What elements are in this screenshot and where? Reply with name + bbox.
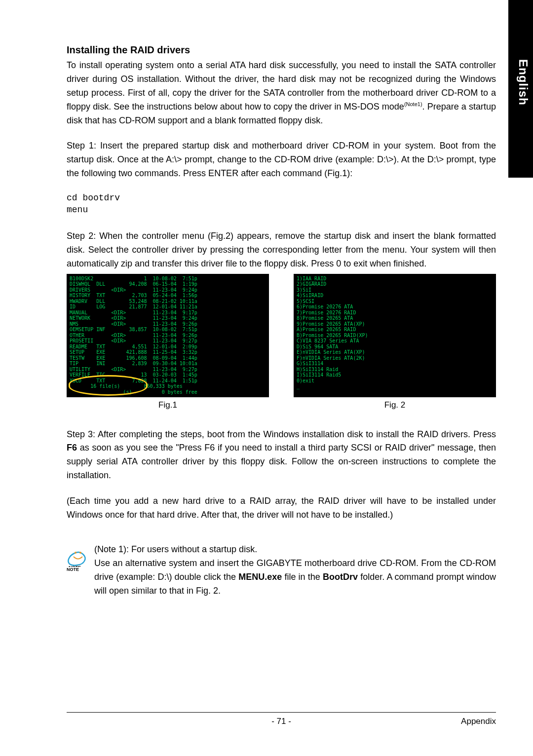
terminal-fig2: 1)IAA_RAID 2)GIGARAID 3)SiI 4)SiIRAID 5)…: [294, 274, 496, 397]
f6-key: F6: [67, 443, 77, 453]
terminal2-text: 1)IAA_RAID 2)GIGARAID 3)SiI 4)SiIRAID 5)…: [297, 276, 493, 389]
cmd-menu: menu: [67, 204, 496, 216]
svg-point-1: [79, 552, 81, 554]
step1-paragraph: Step 1: Insert the prepared startup disk…: [67, 139, 496, 181]
fig2-caption: Fig. 2: [294, 400, 496, 410]
after-paragraph: (Each time you add a new hard drive to a…: [67, 494, 496, 522]
caption-row: Fig.1 Fig. 2: [67, 400, 496, 410]
svg-point-0: [75, 552, 76, 554]
terminal-fig1: B100DSK2 1 10-08-02 7:51p DISWHQL DLL 94…: [67, 274, 269, 397]
note-text-block: (Note 1): For users without a startup di…: [94, 543, 496, 598]
note-ref: (Note1): [404, 101, 422, 107]
step3-c: as soon as you see the "Press F6 if you …: [67, 443, 496, 480]
step3-paragraph: Step 3: After completing the steps, boot…: [67, 428, 496, 483]
page-footer: - 71 - Appendix: [67, 712, 496, 726]
command-block: cd bootdrv menu: [67, 192, 496, 216]
language-tab: English: [516, 59, 530, 106]
page-number: - 71 -: [271, 717, 291, 726]
step2-paragraph: Step 2: When the controller menu (Fig.2)…: [67, 229, 496, 271]
note-line1: (Note 1): For users without a startup di…: [94, 544, 257, 554]
page-content: Installing the RAID drivers To install o…: [67, 44, 496, 598]
fig1-caption: Fig.1: [67, 400, 269, 410]
terminals-row: B100DSK2 1 10-08-02 7:51p DISWHQL DLL 94…: [67, 274, 496, 397]
cmd-cd: cd bootdrv: [67, 192, 496, 204]
note-icon: NOTE NOTE: [67, 544, 89, 567]
menu-exe: MENU.exe: [238, 572, 282, 582]
note-label: NOTE: [67, 567, 89, 572]
note-rest-c: file in the: [282, 572, 323, 582]
highlight-oval: [69, 375, 148, 396]
note-block: NOTE NOTE (Note 1): For users without a …: [67, 543, 496, 598]
intro-paragraph: To install operating system onto a seria…: [67, 59, 496, 127]
section-heading: Installing the RAID drivers: [67, 44, 496, 56]
step3-a: Step 3: After completing the steps, boot…: [67, 429, 496, 439]
bootdrv-folder: BootDrv: [323, 572, 358, 582]
section-name: Appendix: [291, 717, 496, 726]
